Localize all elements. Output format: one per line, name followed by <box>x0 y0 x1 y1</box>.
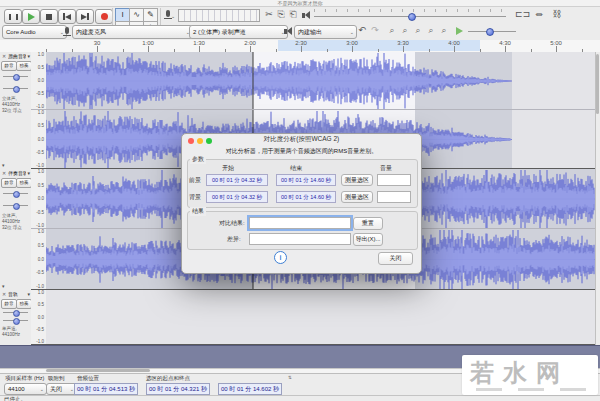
mute-button[interactable]: 静音 <box>1 61 17 71</box>
silence-icon[interactable]: ⏛ <box>533 8 545 20</box>
mute-button[interactable]: 静音 <box>1 178 17 188</box>
draw-tool-button[interactable]: ✎ <box>143 8 158 22</box>
input-device-select[interactable]: 内建麦克风⌄ <box>72 25 193 39</box>
vertical-scale-ruler[interactable]: 1.00.50.0-0.5-1.0 <box>31 110 47 169</box>
undo-icon[interactable]: ↶ <box>356 24 368 36</box>
background-label: 背景 <box>189 193 201 202</box>
track-title[interactable]: 原曲音轨 <box>8 53 26 59</box>
close-button[interactable]: 关闭 <box>378 252 413 265</box>
solo-button[interactable]: 独奏 <box>16 178 32 188</box>
cut-icon[interactable]: ✂ <box>263 8 275 20</box>
trim-icon[interactable]: ⊏⊐ <box>515 8 527 20</box>
vertical-scale-ruler[interactable]: 1.00.50.0-0.5-1.0 <box>31 169 47 229</box>
track-collapse-icon[interactable]: ▾ <box>2 162 5 168</box>
gain-slider-thumb[interactable] <box>13 74 20 81</box>
recording-meter[interactable] <box>178 9 260 22</box>
background-start-field[interactable]: 00 时 01 分 04.32 秒 <box>206 191 268 203</box>
pan-slider-thumb[interactable] <box>13 86 20 93</box>
audio-host-select[interactable]: Core Audio⌄ <box>2 25 67 39</box>
gain-slider-thumb[interactable] <box>13 310 20 317</box>
track-title[interactable]: 音轨 <box>8 291 26 297</box>
scale-value: 0.0 <box>38 78 44 83</box>
pan-slider-thumb[interactable] <box>13 318 20 325</box>
background-volume-field[interactable] <box>377 191 411 203</box>
selection-tool-button[interactable]: I <box>115 8 130 22</box>
horizontal-scrollbar-thumb[interactable] <box>46 369 150 372</box>
measure-foreground-button[interactable]: 测量选区 <box>341 174 373 186</box>
track-menu-caret-icon[interactable]: ▾ <box>27 53 30 59</box>
track-format: 立体声, 44100Hz <box>2 213 30 224</box>
selection-start-field[interactable]: 00 时 01 分 04.321 秒 <box>146 383 210 395</box>
stop-button[interactable] <box>40 9 58 24</box>
track-menu-caret-icon[interactable]: ▾ <box>27 291 30 297</box>
reset-button[interactable]: 重置 <box>353 217 383 230</box>
track-collapse-icon[interactable]: ▾ <box>2 283 5 289</box>
timeline-label: 30 <box>94 40 101 46</box>
play-speed-slider-thumb[interactable] <box>486 28 494 36</box>
sync-lock-icon[interactable]: ⛓ <box>551 8 563 20</box>
background-end-field[interactable]: 00 时 01 分 14.60 秒 <box>276 191 336 203</box>
waveform-track3[interactable] <box>46 290 595 345</box>
solo-button[interactable]: 独奏 <box>16 61 32 71</box>
difference-label: 差异: <box>227 235 241 244</box>
track-close-icon[interactable]: ✕ <box>1 53 7 59</box>
skip-end-button[interactable] <box>76 9 94 24</box>
copy-icon[interactable]: ⎘ <box>275 8 287 20</box>
waveform-track1-left[interactable] <box>46 52 595 110</box>
zoom-out-icon[interactable]: ⌕ <box>399 24 411 36</box>
track-divider[interactable] <box>31 289 600 290</box>
help-info-icon[interactable]: i <box>274 251 287 264</box>
difference-field[interactable] <box>249 233 351 245</box>
play-button[interactable] <box>22 9 40 24</box>
zoom-selection-icon[interactable]: ⌕ <box>412 24 424 36</box>
track-title[interactable]: 伴奏音轨 <box>8 170 26 176</box>
output-device-select[interactable]: 内建输出⌄ <box>294 25 357 39</box>
track-panel-2[interactable]: ✕ 伴奏音轨 ▾ 静音 独奏 立体声, 44100Hz 32位 浮点 ▾ <box>0 169 32 291</box>
skip-start-button[interactable] <box>58 9 76 24</box>
record-channels-select[interactable]: 2 (立体声) 录制声道⌄ <box>189 25 288 39</box>
scale-value: 0.5 <box>38 183 44 188</box>
track-menu-caret-icon[interactable]: ▾ <box>27 170 30 176</box>
export-button[interactable]: 导出(X)... <box>353 233 383 246</box>
audio-position-field[interactable]: 00 时 01 分 04.513 秒 <box>74 383 138 395</box>
record-button[interactable] <box>95 9 113 24</box>
foreground-end-field[interactable]: 00 时 01 分 14.60 秒 <box>276 174 336 186</box>
zoom-in-icon[interactable]: ⌕ <box>386 24 398 36</box>
vertical-scale-ruler[interactable]: 1.00.50.0-0.5-1.0 <box>31 290 47 345</box>
zoom-toggle-icon[interactable]: ⌕ <box>438 24 450 36</box>
track-close-icon[interactable]: ✕ <box>1 170 7 176</box>
timeline-label: 1:30 <box>193 40 205 46</box>
snap-to-select[interactable]: 关闭⌄ <box>46 383 77 395</box>
pan-slider-thumb[interactable] <box>13 203 20 210</box>
parameters-group-label: 参数 <box>190 155 206 164</box>
solo-button[interactable]: 独奏 <box>16 299 32 309</box>
mute-button[interactable]: 静音 <box>1 299 17 309</box>
track-panel-1[interactable]: ✕ 原曲音轨 ▾ 静音 独奏 立体声, 44100Hz 32位 浮点 ▾ <box>0 52 32 170</box>
project-rate-select[interactable]: 44100⌄ <box>4 383 47 395</box>
foreground-start-field[interactable]: 00 时 01 分 04.32 秒 <box>206 174 268 186</box>
status-bar: 已停止。 <box>0 395 600 401</box>
contrast-result-field[interactable] <box>249 217 351 229</box>
measure-background-button[interactable]: 测量选区 <box>341 191 373 203</box>
results-group-label: 结果 <box>190 207 206 216</box>
foreground-volume-field[interactable] <box>377 174 411 186</box>
track-close-icon[interactable]: ✕ <box>1 291 7 297</box>
timeline-label: 2:30 <box>295 40 307 46</box>
pause-button[interactable] <box>4 9 22 24</box>
mic-dropdown-caret-icon[interactable]: ⌄ <box>171 13 175 19</box>
selection-end-field[interactable]: 00 时 01 分 14.602 秒 <box>218 383 282 395</box>
end-column-header: 结束 <box>290 164 302 173</box>
output-volume-slider-thumb[interactable] <box>408 13 416 21</box>
track-panel-3[interactable]: ✕ 音轨 ▾ 静音 独奏 单声道, 44100Hz <box>0 290 32 346</box>
vertical-scale-ruler[interactable]: 1.00.50.0-0.5-1.0 <box>31 52 47 110</box>
selection-range-caret-icon[interactable]: ⇅ <box>288 375 292 380</box>
play-at-speed-icon[interactable] <box>456 27 463 35</box>
vertical-scrollbar-thumb[interactable] <box>596 54 599 114</box>
zoom-project-icon[interactable]: ⌕ <box>425 24 437 36</box>
paste-icon[interactable]: ⎗ <box>287 8 299 20</box>
gain-slider-thumb[interactable] <box>13 191 20 198</box>
redo-icon[interactable]: ↷ <box>369 24 381 36</box>
vertical-scale-ruler[interactable]: 1.00.50.0-0.5-1.0 <box>31 229 47 290</box>
envelope-tool-button[interactable]: ∿ <box>129 8 144 22</box>
track-format: 单声道, 44100Hz <box>2 326 30 337</box>
